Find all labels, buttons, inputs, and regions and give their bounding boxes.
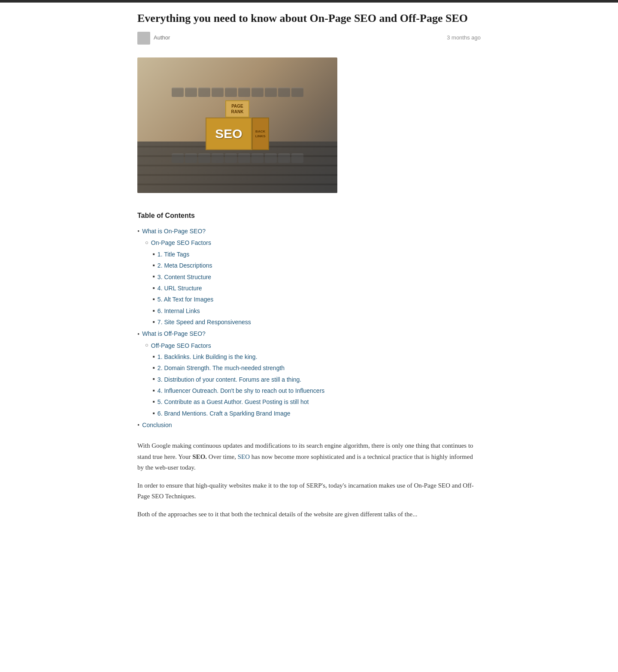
- seo-inline-link[interactable]: SEO: [238, 453, 250, 460]
- toc-link-2[interactable]: 1. Title Tags: [158, 250, 189, 259]
- toc-link-9[interactable]: What is Off-Page SEO?: [142, 329, 206, 338]
- article-container: Everything you need to know about On-Pag…: [124, 3, 494, 544]
- toc-item: ■1. Backlinks. Link Building is the king…: [137, 352, 481, 362]
- body-paragraph-2: In order to ensure that high-quality web…: [137, 480, 481, 502]
- toc-item: •What is Off-Page SEO?: [137, 329, 481, 339]
- toc-link-8[interactable]: 7. Site Speed and Responsiveness: [158, 317, 251, 327]
- toc-link-11[interactable]: 1. Backlinks. Link Building is the king.: [158, 352, 258, 362]
- toc-item: ■4. Influencer Outreach. Don't be shy to…: [137, 386, 481, 395]
- toc-link-1[interactable]: On-Page SEO Factors: [151, 238, 211, 247]
- toc-item: ■1. Title Tags: [137, 250, 481, 259]
- toc-link-13[interactable]: 3. Distribution of your content. Forums …: [158, 375, 301, 384]
- dice-main-text: SEO: [215, 127, 242, 141]
- timestamp: 3 months ago: [447, 33, 481, 42]
- toc-title: Table of Contents: [137, 210, 481, 221]
- toc-item: ■6. Brand Mentions. Craft a Sparkling Br…: [137, 409, 481, 418]
- toc-item: ■4. URL Structure: [137, 283, 481, 293]
- toc-item: ■7. Site Speed and Responsiveness: [137, 317, 481, 327]
- toc-link-5[interactable]: 4. URL Structure: [158, 283, 202, 293]
- toc-link-7[interactable]: 6. Internal Links: [158, 306, 200, 316]
- dice-side-text: BACKLINKS: [255, 129, 266, 139]
- toc-link-6[interactable]: 5. Alt Text for Images: [158, 295, 213, 304]
- toc-list: •What is On-Page SEO?○On-Page SEO Factor…: [137, 226, 481, 430]
- hero-image-container: PAGERANK SEO BACKLINKS: [137, 57, 481, 193]
- toc-link-0[interactable]: What is On-Page SEO?: [142, 226, 206, 236]
- toc-link-10[interactable]: Off-Page SEO Factors: [151, 341, 211, 350]
- table-of-contents: Table of Contents •What is On-Page SEO?○…: [137, 210, 481, 430]
- toc-item: •What is On-Page SEO?: [137, 226, 481, 236]
- author-info: Author: [137, 32, 170, 45]
- toc-link-14[interactable]: 4. Influencer Outreach. Don't be shy to …: [158, 386, 324, 395]
- article-body: With Google making continuous updates an…: [137, 440, 481, 520]
- toc-item: •Conclusion: [137, 420, 481, 430]
- toc-item: ■3. Distribution of your content. Forums…: [137, 375, 481, 384]
- hero-image: PAGERANK SEO BACKLINKS: [137, 57, 337, 193]
- dice-top-text: PAGERANK: [231, 104, 244, 114]
- toc-link-16[interactable]: 6. Brand Mentions. Craft a Sparkling Bra…: [158, 409, 291, 418]
- toc-link-15[interactable]: 5. Contribute as a Guest Author. Guest P…: [158, 397, 309, 407]
- toc-link-17[interactable]: Conclusion: [142, 420, 172, 430]
- toc-item: ○Off-Page SEO Factors: [137, 341, 481, 350]
- avatar: [137, 32, 150, 45]
- toc-link-3[interactable]: 2. Meta Descriptions: [158, 261, 212, 270]
- body-paragraph-3: Both of the approaches see to it that bo…: [137, 509, 481, 520]
- author-row: Author 3 months ago: [137, 32, 481, 45]
- toc-item: ■2. Meta Descriptions: [137, 261, 481, 270]
- author-name: Author: [154, 33, 170, 42]
- toc-item: ■2. Domain Strength. The much-needed str…: [137, 363, 481, 373]
- toc-item: ■5. Contribute as a Guest Author. Guest …: [137, 397, 481, 407]
- article-title: Everything you need to know about On-Pag…: [137, 11, 481, 26]
- seo-bold: SEO.: [192, 453, 207, 460]
- toc-link-12[interactable]: 2. Domain Strength. The much-needed stre…: [158, 363, 285, 373]
- toc-item: ■5. Alt Text for Images: [137, 295, 481, 304]
- toc-link-4[interactable]: 3. Content Structure: [158, 272, 211, 282]
- toc-item: ■3. Content Structure: [137, 272, 481, 282]
- body-paragraph-1: With Google making continuous updates an…: [137, 440, 481, 473]
- toc-item: ○On-Page SEO Factors: [137, 238, 481, 247]
- toc-item: ■6. Internal Links: [137, 306, 481, 316]
- hero-image-overlay: PAGERANK SEO BACKLINKS: [137, 57, 337, 193]
